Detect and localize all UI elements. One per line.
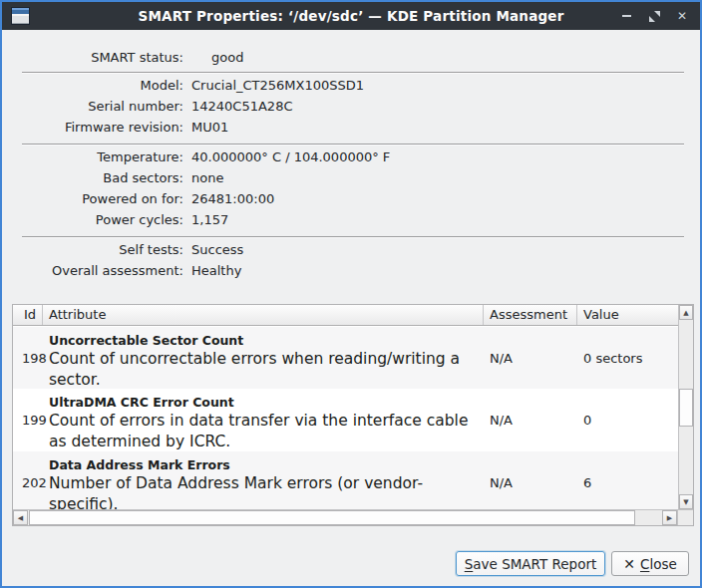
attr-assessment: N/A: [484, 389, 577, 451]
scrollbar-corner: [677, 510, 693, 525]
attr-assessment: N/A: [484, 327, 577, 390]
scroll-up-button[interactable]: ▲: [679, 305, 693, 320]
temperature-label: Temperature:: [12, 149, 183, 167]
window-title: SMART Properties: ‘/dev/sdc’ — KDE Parti…: [2, 8, 700, 24]
attr-assessment: N/A: [484, 451, 577, 509]
bad-sectors-value: none: [191, 170, 223, 188]
attr-value: 0 sectors: [577, 327, 678, 390]
power-cycles-label: Power cycles:: [12, 212, 183, 230]
save-smart-report-button[interactable]: Save SMART Report: [456, 551, 605, 576]
vertical-scroll-thumb[interactable]: [679, 389, 693, 427]
attr-cell: Uncorrectable Sector Count Count of unco…: [43, 327, 484, 390]
smart-status-row: SMART status: good: [12, 50, 690, 68]
table-row[interactable]: 199 UltraDMA CRC Error Count Count of er…: [13, 389, 678, 451]
smart-properties-dialog: SMART Properties: ‘/dev/sdc’ — KDE Parti…: [0, 0, 702, 588]
model-value: Crucial_CT256MX100SSD1: [191, 78, 364, 96]
restore-button[interactable]: [646, 8, 662, 24]
power-cycles-row: Power cycles: 1,157: [12, 212, 690, 230]
horizontal-scrollbar[interactable]: ◀ ▶: [13, 509, 693, 525]
header-value[interactable]: Value: [577, 305, 678, 325]
power-cycles-value: 1,157: [191, 212, 228, 230]
header-attribute[interactable]: Attribute: [43, 305, 484, 325]
bad-sectors-row: Bad sectors: none: [12, 170, 690, 188]
attr-id: 199: [13, 389, 43, 451]
attr-id: 198: [13, 327, 43, 390]
restore-icon: [649, 11, 660, 22]
attr-value: 0: [577, 389, 678, 451]
scroll-down-icon: ▼: [683, 498, 688, 506]
firmware-value: MU01: [191, 120, 228, 138]
bad-sectors-label: Bad sectors:: [12, 170, 183, 188]
attr-cell: UltraDMA CRC Error Count Count of errors…: [43, 389, 484, 451]
serial-row: Serial number: 14240C51A28C: [12, 99, 690, 117]
table-row[interactable]: 202 Data Address Mark Errors Number of D…: [13, 451, 678, 509]
scroll-up-icon: ▲: [683, 309, 688, 317]
attr-name: UltraDMA CRC Error Count: [49, 395, 474, 411]
attr-description: Count of errors in data transfer via the…: [49, 411, 474, 451]
firmware-row: Firmware revision: MU01: [12, 120, 690, 138]
model-label: Model:: [12, 78, 183, 96]
attr-value: 6: [577, 451, 678, 509]
header-id[interactable]: Id: [13, 305, 43, 325]
close-button[interactable]: ✕ Close: [611, 551, 689, 576]
attr-name: Uncorrectable Sector Count: [49, 333, 474, 349]
dialog-body: SMART status: good Model: Crucial_CT256M…: [2, 30, 700, 586]
scroll-left-icon: ◀: [18, 514, 23, 522]
model-row: Model: Crucial_CT256MX100SSD1: [12, 78, 690, 96]
firmware-label: Firmware revision:: [12, 120, 183, 138]
minimize-icon: [622, 15, 631, 17]
overall-assessment-value: Healthy: [191, 263, 241, 281]
self-tests-value: Success: [191, 242, 243, 260]
separator: [22, 144, 684, 145]
smart-status-label: SMART status:: [12, 50, 183, 68]
temperature-row: Temperature: 40.000000° C / 104.000000° …: [12, 149, 690, 167]
scroll-down-button[interactable]: ▼: [679, 494, 693, 509]
scroll-right-icon: ▶: [667, 514, 672, 522]
separator: [22, 236, 684, 237]
scroll-right-button[interactable]: ▶: [662, 510, 677, 525]
attr-id: 202: [13, 451, 43, 509]
overall-assessment-row: Overall assessment: Healthy: [12, 263, 690, 281]
separator: [22, 72, 684, 73]
table-header: Id Attribute Assessment Value: [13, 305, 678, 326]
save-button-label: Save SMART Report: [465, 556, 597, 572]
attr-description: Count of uncorrectable errors when readi…: [49, 349, 474, 390]
serial-label: Serial number:: [12, 99, 183, 117]
header-assessment[interactable]: Assessment: [484, 305, 577, 325]
powered-on-row: Powered on for: 26481:00:00: [12, 191, 690, 209]
vertical-scrollbar[interactable]: ▲ ▼: [678, 305, 693, 509]
attr-description: Number of Data Address Mark errors (or v…: [49, 473, 474, 509]
self-tests-label: Self tests:: [12, 242, 183, 260]
powered-on-label: Powered on for:: [12, 191, 183, 209]
close-x-icon: ✕: [623, 556, 635, 572]
powered-on-value: 26481:00:00: [191, 191, 274, 209]
close-button-label: Close: [640, 556, 677, 572]
attr-name: Data Address Mark Errors: [49, 457, 474, 473]
self-tests-row: Self tests: Success: [12, 242, 690, 260]
attr-cell: Data Address Mark Errors Number of Data …: [43, 451, 484, 509]
close-icon: ✕: [677, 9, 687, 23]
horizontal-scroll-thumb[interactable]: [29, 510, 635, 525]
table-body: 198 Uncorrectable Sector Count Count of …: [13, 327, 678, 509]
serial-value: 14240C51A28C: [191, 99, 293, 117]
minimize-button[interactable]: [618, 8, 634, 24]
smart-status-value: good: [191, 50, 243, 68]
close-window-button[interactable]: ✕: [674, 8, 690, 24]
overall-assessment-label: Overall assessment:: [12, 263, 183, 281]
window-controls: ✕: [618, 2, 690, 30]
smart-attributes-table: Id Attribute Assessment Value 198 Uncorr…: [12, 304, 694, 526]
titlebar[interactable]: SMART Properties: ‘/dev/sdc’ — KDE Parti…: [2, 2, 700, 30]
temperature-value: 40.000000° C / 104.000000° F: [191, 149, 390, 167]
scroll-left-button[interactable]: ◀: [13, 510, 28, 525]
table-row[interactable]: 198 Uncorrectable Sector Count Count of …: [13, 327, 678, 389]
